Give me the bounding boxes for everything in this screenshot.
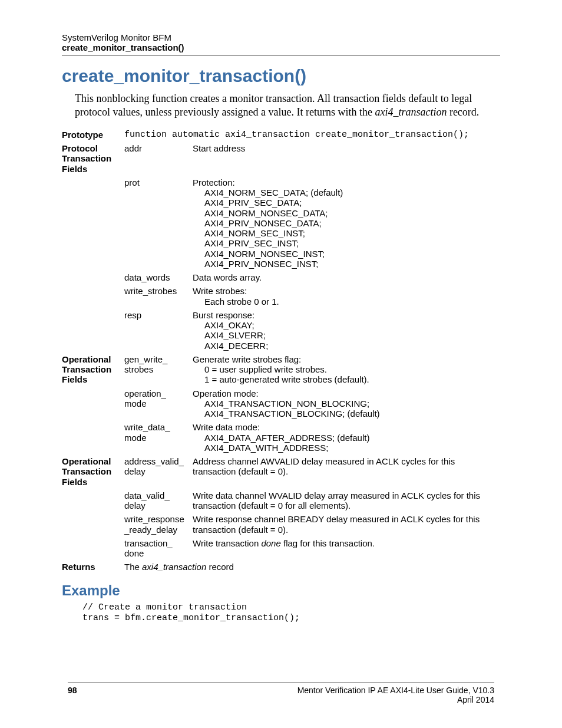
- field-desc-gen-write-strobes: Generate write strobes flag: 0 = user su…: [193, 353, 500, 387]
- row-gen-write-strobes: Operational Transaction Fields gen_write…: [62, 353, 500, 387]
- field-name-write-strobes: write_strobes: [124, 284, 193, 308]
- row-operation-mode: operation_ mode Operation mode: AXI4_TRA…: [62, 387, 500, 421]
- field-name-data-words: data_words: [124, 271, 193, 284]
- field-desc-data-valid-delay: Write data channel WVALID delay array me…: [193, 489, 500, 513]
- field-desc-data-words: Data words array.: [193, 271, 500, 284]
- footer-rule: [68, 683, 494, 683]
- page-footer: 98 Mentor Verification IP AE AXI4-Lite U…: [68, 683, 494, 704]
- field-desc-resp: Burst response: AXI4_OKAY; AXI4_SLVERR; …: [193, 308, 500, 353]
- field-name-transaction-done: transaction_ done: [124, 536, 193, 561]
- field-name-address-valid-delay: address_valid_ delay: [124, 454, 193, 489]
- row-resp: resp Burst response: AXI4_OKAY; AXI4_SLV…: [62, 308, 500, 353]
- field-desc-addr: Start address: [193, 141, 500, 176]
- field-desc-transaction-done: Write transaction done flag for this tra…: [193, 536, 500, 561]
- returns-text: The axi4_transaction record: [124, 560, 500, 574]
- example-heading: Example: [62, 582, 500, 599]
- prototype-code: function automatic axi4_transaction crea…: [124, 128, 500, 141]
- header-rule: [62, 55, 500, 55]
- field-desc-write-strobes: Write strobes: Each strobe 0 or 1.: [193, 284, 500, 308]
- field-name-prot: prot: [124, 176, 193, 271]
- intro-text-post: record.: [447, 106, 479, 118]
- row-address-valid-delay: Operational Transaction Fields address_v…: [62, 454, 500, 489]
- label-prototype: Prototype: [62, 128, 124, 141]
- field-name-resp: resp: [124, 308, 193, 353]
- intro-text-italic: axi4_transaction: [375, 106, 447, 118]
- page: SystemVerilog Monitor BFM create_monitor…: [0, 0, 562, 728]
- field-name-write-data-mode: write_data_ mode: [124, 420, 193, 454]
- field-desc-prot: Protection: AXI4_NORM_SEC_DATA; (default…: [193, 176, 500, 271]
- field-desc-operation-mode: Operation mode: AXI4_TRANSACTION_NON_BLO…: [193, 387, 500, 421]
- footer-date: April 2014: [297, 695, 494, 704]
- label-returns: Returns: [62, 560, 124, 574]
- field-desc-write-response-ready-delay: Write response channel BREADY delay meas…: [193, 512, 500, 536]
- row-addr: Protocol Transaction Fields addr Start a…: [62, 141, 500, 176]
- spec-table: Prototype function automatic axi4_transa…: [62, 128, 500, 574]
- row-transaction-done: transaction_ done Write transaction done…: [62, 536, 500, 561]
- example-code: // Create a monitor transaction trans = …: [62, 602, 500, 624]
- field-name-write-response-ready-delay: write_response _ready_delay: [124, 512, 193, 536]
- label-op-fields-1: Operational Transaction Fields: [62, 353, 124, 387]
- row-write-strobes: write_strobes Write strobes: Each strobe…: [62, 284, 500, 308]
- row-write-response-ready-delay: write_response _ready_delay Write respon…: [62, 512, 500, 536]
- page-number: 98: [68, 686, 77, 704]
- row-returns: Returns The axi4_transaction record: [62, 560, 500, 574]
- label-protocol-fields: Protocol Transaction Fields: [62, 141, 124, 176]
- field-name-operation-mode: operation_ mode: [124, 387, 193, 421]
- label-op-fields-2: Operational Transaction Fields: [62, 454, 124, 489]
- field-name-addr: addr: [124, 141, 193, 176]
- row-write-data-mode: write_data_ mode Write data mode: AXI4_D…: [62, 420, 500, 454]
- field-name-gen-write-strobes: gen_write_ strobes: [124, 353, 193, 387]
- field-desc-write-data-mode: Write data mode: AXI4_DATA_AFTER_ADDRESS…: [193, 420, 500, 454]
- row-data-valid-delay: data_valid_ delay Write data channel WVA…: [62, 489, 500, 513]
- footer-guide: Mentor Verification IP AE AXI4-Lite User…: [297, 686, 494, 695]
- row-prot: prot Protection: AXI4_NORM_SEC_DATA; (de…: [62, 176, 500, 271]
- header-line2: create_monitor_transaction(): [62, 42, 500, 52]
- running-header: SystemVerilog Monitor BFM create_monitor…: [62, 32, 500, 55]
- page-title: create_monitor_transaction(): [62, 66, 500, 86]
- row-data-words: data_words Data words array.: [62, 271, 500, 284]
- row-prototype: Prototype function automatic axi4_transa…: [62, 128, 500, 141]
- intro-paragraph: This nonblocking function creates a moni…: [75, 92, 500, 120]
- header-line1: SystemVerilog Monitor BFM: [62, 32, 500, 42]
- field-name-data-valid-delay: data_valid_ delay: [124, 489, 193, 513]
- field-desc-address-valid-delay: Address channel AWVALID delay measured i…: [193, 454, 500, 489]
